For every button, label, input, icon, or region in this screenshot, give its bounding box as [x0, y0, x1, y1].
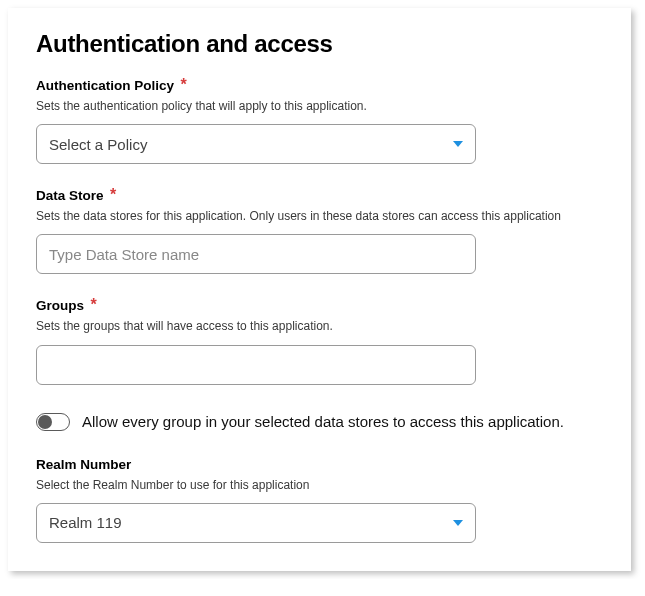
toggle-knob: [38, 415, 52, 429]
realm-help: Select the Realm Number to use for this …: [36, 477, 603, 493]
allow-all-groups-row: Allow every group in your selected data …: [36, 413, 603, 431]
groups-input[interactable]: [49, 346, 463, 384]
data-store-label: Data Store: [36, 188, 104, 203]
field-data-store: Data Store * Sets the data stores for th…: [36, 186, 603, 274]
required-indicator: *: [180, 76, 186, 93]
realm-value: Realm 119: [49, 514, 453, 531]
field-auth-policy: Authentication Policy * Sets the authent…: [36, 76, 603, 164]
auth-policy-help: Sets the authentication policy that will…: [36, 98, 603, 114]
auth-policy-value: Select a Policy: [49, 136, 453, 153]
data-store-input-wrapper: [36, 234, 476, 274]
required-indicator: *: [110, 186, 116, 203]
groups-input-wrapper: [36, 345, 476, 385]
allow-all-groups-toggle[interactable]: [36, 413, 70, 431]
groups-help: Sets the groups that will have access to…: [36, 318, 603, 334]
field-realm: Realm Number Select the Realm Number to …: [36, 455, 603, 543]
page-title: Authentication and access: [36, 30, 603, 58]
allow-all-groups-label: Allow every group in your selected data …: [82, 413, 564, 430]
auth-policy-label: Authentication Policy: [36, 78, 174, 93]
chevron-down-icon: [453, 141, 463, 147]
auth-access-panel: Authentication and access Authentication…: [8, 8, 631, 571]
realm-label: Realm Number: [36, 457, 131, 472]
field-groups: Groups * Sets the groups that will have …: [36, 296, 603, 384]
required-indicator: *: [90, 296, 96, 313]
groups-label: Groups: [36, 298, 84, 313]
data-store-help: Sets the data stores for this applicatio…: [36, 208, 603, 224]
realm-select[interactable]: Realm 119: [36, 503, 476, 543]
data-store-input[interactable]: [49, 235, 463, 273]
auth-policy-select[interactable]: Select a Policy: [36, 124, 476, 164]
chevron-down-icon: [453, 520, 463, 526]
